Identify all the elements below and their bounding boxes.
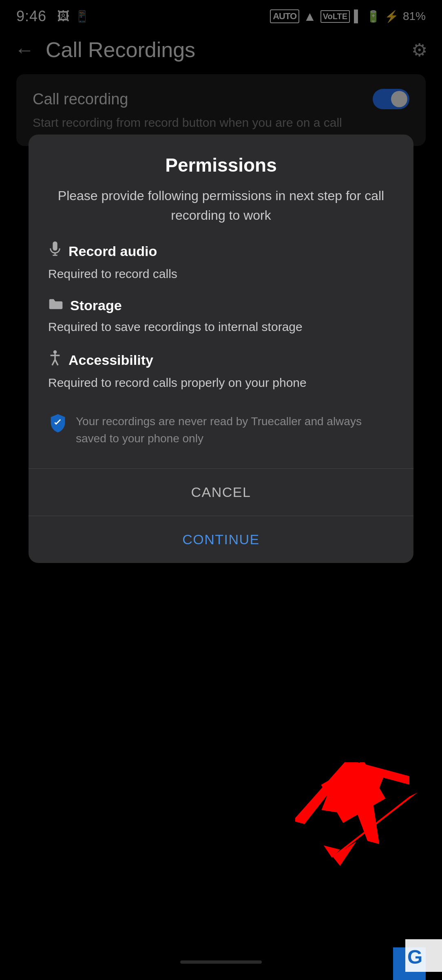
svg-rect-0 <box>53 241 57 251</box>
dialog-body: Permissions Please provide following per… <box>29 135 413 468</box>
mic-icon <box>48 241 62 261</box>
permission-audio-desc: Required to record calls <box>48 265 394 283</box>
svg-line-6 <box>52 360 55 365</box>
permission-accessibility: Accessibility Required to record calls p… <box>48 350 394 392</box>
permission-title-row-storage: Storage <box>48 298 394 314</box>
permission-record-audio: Record audio Required to record calls <box>48 241 394 283</box>
svg-point-3 <box>53 350 57 354</box>
cancel-button[interactable]: CANCEL <box>29 469 413 516</box>
accessibility-icon <box>48 350 62 370</box>
shield-icon <box>48 413 68 434</box>
permission-storage: Storage Required to save recordings to i… <box>48 298 394 336</box>
watermark: G <box>393 939 442 980</box>
permissions-dialog: Permissions Please provide following per… <box>29 135 413 563</box>
privacy-note: Your recordings are never read by Trueca… <box>48 406 394 454</box>
permission-accessibility-name: Accessibility <box>69 352 153 368</box>
permission-audio-name: Record audio <box>69 243 157 259</box>
permission-storage-desc: Required to save recordings to internal … <box>48 318 394 336</box>
permission-title-row-audio: Record audio <box>48 241 394 261</box>
continue-button[interactable]: CONTINUE <box>29 516 413 563</box>
dialog-subtitle: Please provide following permissions in … <box>48 186 394 225</box>
permission-title-row-accessibility: Accessibility <box>48 350 394 370</box>
permission-storage-name: Storage <box>70 298 122 313</box>
privacy-text: Your recordings are never read by Trueca… <box>76 413 394 447</box>
dialog-title: Permissions <box>48 154 394 176</box>
permission-accessibility-desc: Required to record calls properly on you… <box>48 374 394 392</box>
svg-text:G: G <box>407 946 422 968</box>
svg-line-7 <box>55 360 58 365</box>
folder-icon <box>48 298 64 314</box>
